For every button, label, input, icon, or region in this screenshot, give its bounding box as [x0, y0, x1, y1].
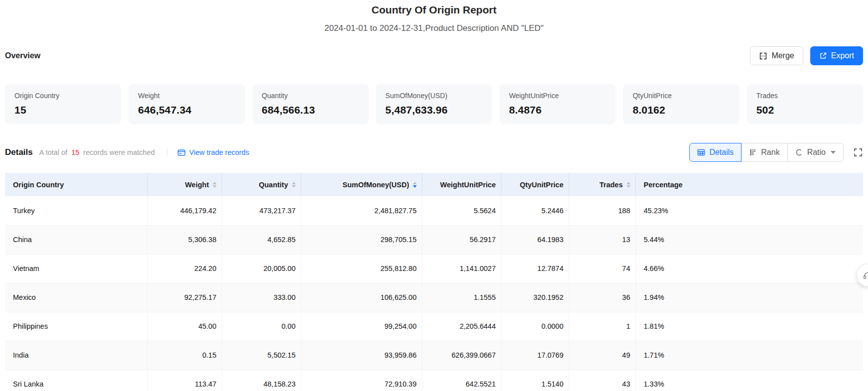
- table-cell: 446,179.42: [147, 196, 222, 225]
- match-suffix: records were matched: [83, 148, 154, 156]
- column-header[interactable]: Trades: [569, 173, 635, 196]
- merge-button[interactable]: Merge: [750, 46, 803, 65]
- table-cell: 642.5521: [422, 370, 501, 391]
- table-cell: 106,625.00: [301, 283, 422, 312]
- table-cell: 48,158.23: [222, 370, 301, 391]
- table-cell: 0.00: [222, 312, 301, 341]
- tab-ratio[interactable]: Ratio: [787, 143, 844, 162]
- table-row: Philippines45.000.0099,254.002,205.64440…: [5, 312, 863, 341]
- table-cell: 255,812.80: [301, 254, 422, 283]
- column-header: QtyUnitPrice: [501, 173, 569, 196]
- table-cell: 0.0000: [501, 312, 569, 341]
- export-button[interactable]: Export: [810, 46, 863, 65]
- match-count: 15: [71, 148, 79, 156]
- view-trade-records-link[interactable]: View trade records: [177, 148, 249, 157]
- column-header-label: Percentage: [644, 181, 683, 189]
- table-cell: 92,275.17: [147, 283, 222, 312]
- origin-country-cell: Philippines: [5, 312, 147, 341]
- stat-card-label: Quantity: [262, 92, 359, 100]
- table-cell: 45.00: [147, 312, 222, 341]
- table-cell: 20,005.00: [222, 254, 301, 283]
- column-header-label: Origin Country: [13, 181, 64, 189]
- table-cell: 224.20: [147, 254, 222, 283]
- ratio-icon: [795, 148, 803, 156]
- table-cell: 320.1952: [501, 283, 569, 312]
- headset-icon: [863, 270, 868, 281]
- table-body: Turkey446,179.42473,217.372,481,827.755.…: [5, 196, 863, 391]
- table-cell: 626,399.0667: [422, 341, 501, 370]
- match-summary: A total of 15 records were matched: [39, 148, 155, 156]
- overview-heading: Overview: [5, 51, 40, 60]
- stat-card-value: 15: [14, 104, 112, 116]
- origin-country-cell: Vietnam: [5, 254, 147, 283]
- table-cell: 5,502.15: [222, 341, 301, 370]
- origin-country-cell: India: [5, 341, 147, 370]
- divider: [167, 149, 167, 156]
- table-cell: 17.0769: [501, 341, 569, 370]
- stat-card-value: 646,547.34: [138, 104, 235, 116]
- fullscreen-button[interactable]: [853, 147, 863, 157]
- column-header-label: Trades: [600, 181, 623, 189]
- table-cell: 4,652.85: [222, 225, 301, 254]
- sort-icon: [413, 182, 417, 188]
- table-cell: 1: [569, 312, 635, 341]
- table-header-row: Origin CountryWeightQuantitySumOfMoney(U…: [5, 173, 863, 196]
- table-row: Sri Lanka113.4748,158.2372,910.39642.552…: [5, 370, 863, 391]
- rank-icon: [749, 148, 757, 156]
- table-row: Vietnam224.2020,005.00255,812.801,141.00…: [5, 254, 863, 283]
- stat-card: Origin Country 15: [5, 84, 121, 124]
- table-cell: 1,141.0027: [422, 254, 501, 283]
- origin-country-cell: Sri Lanka: [5, 370, 147, 391]
- stat-card: Weight 646,547.34: [128, 84, 245, 124]
- table-cell: 64.1983: [501, 225, 569, 254]
- tab-rank[interactable]: Rank: [741, 143, 787, 162]
- table-cell: 13: [569, 225, 635, 254]
- stat-card: WeightUnitPrice 8.4876: [499, 84, 616, 124]
- stat-card-value: 8.4876: [509, 104, 606, 116]
- details-bar: Details A total of 15 records were match…: [5, 143, 863, 162]
- stat-card: SumOfMoney(USD) 5,487,633.96: [376, 84, 492, 124]
- stat-card-value: 8.0162: [632, 104, 730, 116]
- sort-icon: [292, 182, 296, 188]
- table-row: India0.155,502.1593,959.86626,399.066717…: [5, 341, 863, 370]
- column-header[interactable]: SumOfMoney(USD): [301, 173, 422, 196]
- merge-label: Merge: [771, 51, 794, 60]
- table-cell: 1.94%: [635, 283, 863, 312]
- table-cell: 5.44%: [635, 225, 863, 254]
- table-row: Mexico92,275.17333.00106,625.001.1555320…: [5, 283, 863, 312]
- table-cell: 1.1555: [422, 283, 501, 312]
- overview-cards: Origin Country 15 Weight 646,547.34 Quan…: [5, 84, 863, 124]
- origin-country-cell: Mexico: [5, 283, 147, 312]
- table-cell: 74: [569, 254, 635, 283]
- table-cell: 1.33%: [635, 370, 863, 391]
- table-cell: 5.5624: [422, 196, 501, 225]
- origin-country-cell: China: [5, 225, 147, 254]
- table-cell: 5,306.38: [147, 225, 222, 254]
- overview-actions: Merge Export: [750, 46, 863, 65]
- column-header-label: Weight: [185, 181, 209, 189]
- stat-card-value: 684,566.13: [262, 104, 359, 116]
- tab-details[interactable]: Details: [689, 143, 742, 162]
- origin-country-cell: Turkey: [5, 196, 147, 225]
- column-header[interactable]: Weight: [147, 173, 222, 196]
- table-row: Turkey446,179.42473,217.372,481,827.755.…: [5, 196, 863, 225]
- stat-card-label: Origin Country: [14, 92, 112, 100]
- merge-icon: [759, 52, 767, 60]
- stat-card-label: SumOfMoney(USD): [385, 92, 483, 100]
- table-cell: 49: [569, 341, 635, 370]
- table-icon: [697, 148, 705, 156]
- table-cell: 1.71%: [635, 341, 863, 370]
- table-cell: 43: [569, 370, 635, 391]
- column-header: Percentage: [635, 173, 863, 196]
- table-cell: 1.5140: [501, 370, 569, 391]
- export-label: Export: [831, 51, 854, 60]
- table-cell: 2,205.6444: [422, 312, 501, 341]
- tab-rank-label: Rank: [761, 148, 779, 157]
- table-cell: 188: [569, 196, 635, 225]
- tab-details-label: Details: [709, 148, 734, 157]
- export-icon: [819, 52, 827, 60]
- page-title: Country Of Origin Report: [5, 0, 863, 16]
- column-header-label: SumOfMoney(USD): [343, 181, 409, 189]
- table-cell: 5.2446: [501, 196, 569, 225]
- column-header[interactable]: Quantity: [222, 173, 301, 196]
